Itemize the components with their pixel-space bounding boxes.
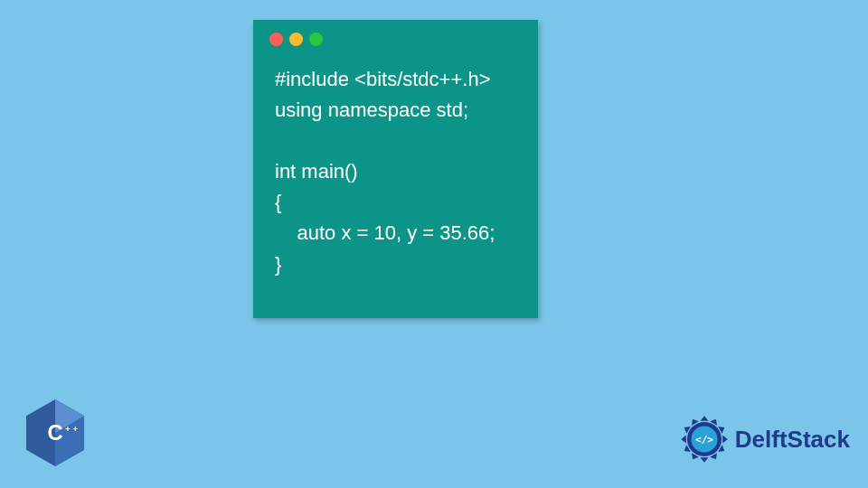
code-window: #include <bits/stdc++.h> using namespace… (253, 20, 538, 318)
close-icon (269, 33, 283, 46)
delftstack-logo: </> DelftStack (679, 414, 850, 465)
svg-marker-14 (681, 436, 686, 444)
svg-text:+: + (65, 424, 71, 434)
svg-text:+: + (72, 424, 78, 434)
cpp-badge-label: C (47, 421, 62, 445)
svg-marker-11 (700, 457, 708, 463)
svg-marker-8 (722, 436, 728, 444)
minimize-icon (289, 33, 303, 46)
delftstack-gear-icon: </> (679, 414, 730, 465)
cpp-logo-icon: C + + (24, 398, 87, 468)
delftstack-brand-text: DelftStack (735, 426, 850, 454)
code-body: #include <bits/stdc++.h> using namespace… (253, 53, 538, 296)
window-traffic-lights (253, 20, 538, 53)
svg-marker-5 (700, 416, 708, 421)
svg-text:</>: </> (695, 434, 713, 446)
maximize-icon (309, 33, 323, 46)
